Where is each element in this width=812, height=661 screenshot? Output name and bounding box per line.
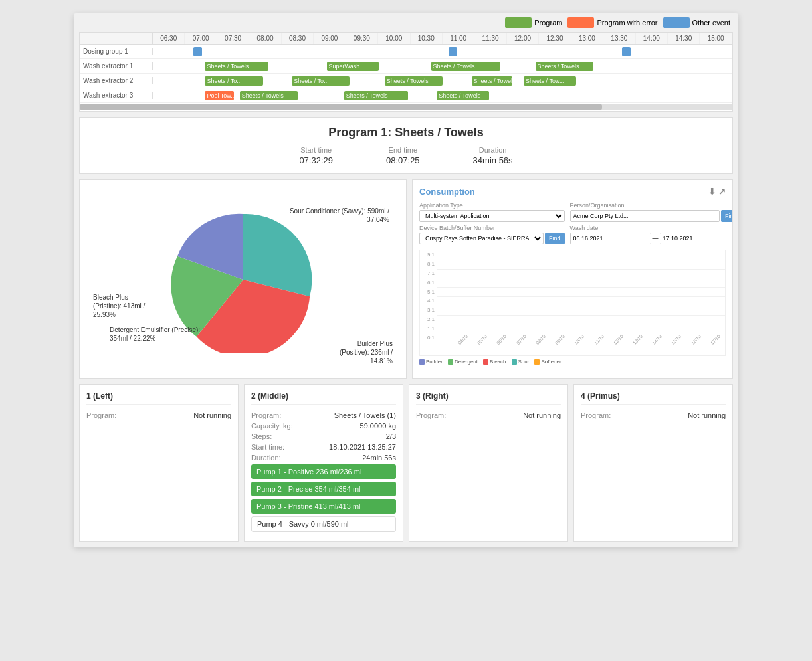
- x-label-3: 07/10: [512, 331, 530, 349]
- timeline-header: 06:30 07:00 07:30 08:00 08:30 09:00 09:3…: [80, 33, 732, 45]
- grid-line-7: [437, 315, 725, 316]
- x-label-10: 14/10: [649, 331, 666, 349]
- time-1430: 14:30: [668, 33, 700, 44]
- dosing-block-2[interactable]: [449, 47, 457, 56]
- y-label-2: 2.1: [420, 316, 437, 322]
- grid-line-2: [437, 269, 725, 270]
- start-time-label: Start time: [299, 146, 333, 154]
- wash-date-row: —: [570, 233, 733, 244]
- consumption-title: Consumption ⬇ ↗: [419, 187, 726, 197]
- pie-label-detergent: Detergent Emulsifier (Precise):354ml / 2…: [110, 326, 200, 343]
- duration-label: Duration: [473, 146, 513, 154]
- x-label-1: 05/10: [474, 331, 491, 349]
- y-label-6: 6.1: [420, 280, 437, 286]
- legend-bleach: Bleach: [483, 359, 506, 365]
- meta-start-time: Start time 07:32:29: [299, 146, 333, 165]
- bottom-card-primus: 4 (Primus) Program: Not running: [573, 384, 733, 542]
- legend-builder: Builder: [419, 359, 443, 365]
- timeline-rows: Dosing group 1 Wash extractor 1 Sheets /…: [80, 45, 732, 103]
- legend-color-other: [663, 17, 690, 28]
- field-label-primus-program: Program:: [581, 411, 611, 419]
- card-field-program: Program: Sheets / Towels (1): [251, 411, 396, 419]
- dosing-block-1[interactable]: [193, 47, 202, 56]
- meta-duration: Duration 34min 56s: [473, 146, 513, 165]
- legend-dot-sour: [512, 359, 517, 365]
- charts-section: Sour Conditioner (Savvy): 590ml /37.04% …: [79, 179, 733, 379]
- pie-chart-container: Sour Conditioner (Savvy): 590ml /37.04% …: [90, 207, 396, 353]
- time-0800: 08:00: [249, 33, 281, 44]
- card-title-primus: 4 (Primus): [581, 391, 726, 405]
- field-value-primus-program: Not running: [688, 411, 726, 419]
- timeline-corner: [80, 33, 153, 44]
- wash-date-from[interactable]: [570, 233, 651, 244]
- wash1-block-2[interactable]: SuperWash: [327, 62, 379, 71]
- wash-date-to[interactable]: [660, 233, 733, 244]
- wash2-block-1[interactable]: Sheets / To...: [205, 76, 262, 86]
- dosing-block-3[interactable]: [622, 47, 631, 56]
- legend-detergent: Detergent: [448, 359, 478, 365]
- grid-line-8: [437, 324, 725, 324]
- wash2-block-4[interactable]: Sheets / Towels: [472, 76, 512, 86]
- pie-card: Sour Conditioner (Savvy): 590ml /37.04% …: [79, 179, 407, 379]
- legend-text-builder: Builder: [426, 359, 443, 365]
- card-field-right-program: Program: Not running: [416, 411, 561, 419]
- legend-bar: Program Program with error Other event: [74, 13, 738, 32]
- bottom-card-right: 3 (Right) Program: Not running: [409, 384, 568, 542]
- wash2-block-2[interactable]: Sheets / To...: [292, 76, 350, 86]
- legend-color-error: [567, 17, 594, 28]
- wash2-block-5[interactable]: Sheets / Tow...: [524, 76, 575, 86]
- y-label-4: 4.1: [420, 298, 437, 304]
- wash1-block-4[interactable]: Sheets / Towels: [536, 62, 593, 71]
- wash1-block-3[interactable]: Sheets / Towels: [431, 62, 501, 71]
- wash3-block-3[interactable]: Sheets / Towels: [344, 91, 408, 100]
- wash3-block-1[interactable]: Pool Tow...: [205, 91, 234, 100]
- end-time-label: End time: [386, 146, 420, 154]
- wash2-block-3[interactable]: Sheets / Towels: [385, 76, 443, 86]
- x-label-11: 15/10: [668, 331, 685, 349]
- grid-line-1: [437, 260, 725, 260]
- pump-bar-1: Pump 1 - Positive 236 ml/236 ml: [251, 464, 396, 479]
- field-label-steps: Steps:: [251, 432, 272, 440]
- person-find-button[interactable]: Find: [721, 210, 733, 222]
- row-label-wash2: Wash extractor 2: [80, 77, 153, 84]
- wash3-block-2[interactable]: Sheets / Towels: [240, 91, 298, 100]
- field-value-right-program: Not running: [523, 411, 561, 419]
- time-0900: 09:00: [314, 33, 346, 44]
- consumption-card: Consumption ⬇ ↗ Application Type Multi-s…: [412, 179, 733, 379]
- timeline-row-wash1: Wash extractor 1 Sheets / Towels SuperWa…: [80, 59, 732, 74]
- time-1300: 13:00: [571, 33, 603, 44]
- time-1500: 15:00: [700, 33, 732, 44]
- wash1-block-1[interactable]: Sheets / Towels: [205, 62, 268, 71]
- legend-softener: Softener: [534, 359, 561, 365]
- form-group-app-type: Application Type Multi-system Applicatio…: [419, 202, 565, 222]
- field-label-left-program: Program:: [86, 411, 116, 419]
- y-label-8: 8.1: [420, 261, 437, 267]
- timeline-scrollbar[interactable]: [80, 104, 732, 110]
- pump-bar-4: Pump 4 - Savvy 0 ml/590 ml: [251, 516, 396, 532]
- person-input[interactable]: [570, 210, 720, 222]
- share-icon[interactable]: ↗: [718, 187, 726, 197]
- y-label-5: 5.1: [420, 289, 437, 295]
- legend-text-softener: Softener: [541, 359, 561, 365]
- timeline-row-wash2: Wash extractor 2 Sheets / To... Sheets /…: [80, 74, 732, 88]
- y-label-0: 0.1: [420, 335, 437, 341]
- wash3-block-4[interactable]: Sheets / Towels: [437, 91, 488, 100]
- timeline-row-wash3: Wash extractor 3 Pool Tow... Sheets / To…: [80, 88, 732, 103]
- timeline-row-dosing: Dosing group 1: [80, 45, 732, 59]
- app-type-label: Application Type: [419, 202, 565, 209]
- time-1230: 12:30: [539, 33, 571, 44]
- app-type-select[interactable]: Multi-system Application: [419, 210, 565, 222]
- device-field-row: Crispy Rays Soften Paradise - SIERRA Fin…: [419, 233, 565, 244]
- legend-text-bleach: Bleach: [490, 359, 506, 365]
- legend-text-sour: Sour: [518, 359, 530, 365]
- device-find-button[interactable]: Find: [545, 233, 565, 244]
- time-0730: 07:30: [217, 33, 249, 44]
- timeline-section: 06:30 07:00 07:30 08:00 08:30 09:00 09:3…: [79, 32, 733, 112]
- legend-item-error: Program with error: [567, 17, 657, 28]
- time-1130: 11:30: [474, 33, 506, 44]
- timeline-scrollbar-thumb[interactable]: [80, 104, 602, 110]
- device-select[interactable]: Crispy Rays Soften Paradise - SIERRA: [419, 233, 544, 244]
- legend-dot-builder: [419, 359, 425, 365]
- card-field-steps: Steps: 2/3: [251, 432, 396, 440]
- download-icon[interactable]: ⬇: [708, 187, 716, 197]
